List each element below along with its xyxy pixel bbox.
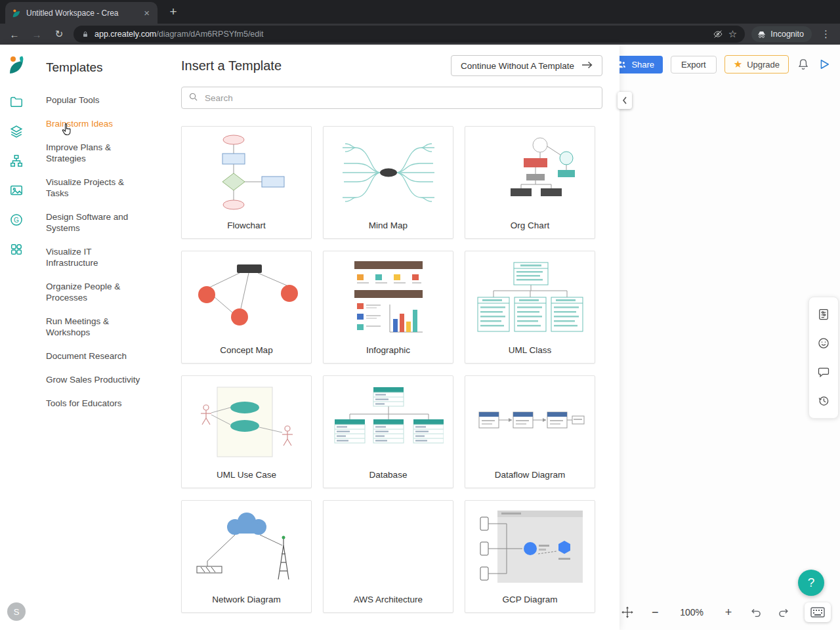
- present-play-icon[interactable]: [818, 58, 831, 71]
- new-tab-button[interactable]: +: [164, 3, 182, 21]
- forward-button[interactable]: →: [29, 29, 45, 40]
- upgrade-button[interactable]: ★ Upgrade: [724, 55, 789, 74]
- diagram-settings-icon[interactable]: [812, 301, 835, 327]
- template-card-aws[interactable]: AWS Architecture: [323, 500, 453, 613]
- template-card-network[interactable]: Network Diagram: [181, 500, 312, 613]
- google-drive-icon[interactable]: G: [8, 211, 25, 228]
- zoom-in-button[interactable]: +: [722, 606, 735, 620]
- template-card-mind-map[interactable]: Mind Map: [323, 126, 453, 239]
- left-icon-rail: G S: [0, 45, 33, 630]
- export-button[interactable]: Export: [671, 56, 717, 74]
- bookmark-star-icon[interactable]: ☆: [728, 28, 737, 40]
- redo-icon[interactable]: [777, 606, 790, 619]
- folder-icon[interactable]: [8, 93, 25, 110]
- template-card-gcp[interactable]: GCP Diagram: [465, 500, 595, 613]
- help-icon: ?: [808, 576, 815, 590]
- history-icon[interactable]: [812, 388, 835, 414]
- sidebar-item-improve-plans[interactable]: Improve Plans & Strategies: [46, 142, 146, 164]
- creately-favicon: [12, 9, 21, 18]
- sidebar-item-run-meetings[interactable]: Run Meetings & Workshops: [46, 316, 146, 338]
- uml-use-case-thumbnail: [182, 376, 311, 467]
- keyboard-icon: [810, 607, 825, 618]
- sidebar-item-brainstorm-ideas[interactable]: Brainstorm Ideas: [46, 118, 146, 129]
- sidebar-item-organize-people[interactable]: Organize People & Processes: [46, 281, 146, 303]
- zoom-out-button[interactable]: −: [648, 606, 662, 620]
- shapes-layers-icon[interactable]: [8, 123, 25, 140]
- sidebar-item-visualize-it[interactable]: Visualize IT Infrastructure: [46, 246, 146, 268]
- creately-app: Share Export ★ Upgrade: [0, 45, 840, 630]
- template-card-database[interactable]: Database: [323, 375, 453, 488]
- aws-thumbnail: [324, 501, 453, 592]
- sidebar-item-visualize-projects[interactable]: Visualize Projects & Tasks: [46, 177, 146, 199]
- search-input[interactable]: [203, 93, 595, 104]
- keyboard-shortcuts-button[interactable]: [805, 602, 831, 622]
- browser-toolbar: ← → ↻ app.creately.com/diagram/dAm6RPSYf…: [0, 24, 840, 45]
- incognito-icon: [757, 30, 766, 39]
- notifications-bell-icon[interactable]: [797, 58, 810, 71]
- search-icon: [188, 92, 198, 104]
- url-bar[interactable]: app.creately.com/diagram/dAm6RPSYfm5/edi…: [74, 26, 745, 43]
- help-button[interactable]: ?: [798, 570, 824, 596]
- browser-window: Untitled Workspace - Crea × + ← → ↻ app.…: [0, 0, 840, 630]
- url-text: app.creately.com/diagram/dAm6RPSYfm5/edi…: [94, 30, 707, 39]
- template-card-label: GCP Diagram: [465, 592, 595, 612]
- continue-without-template-button[interactable]: Continue Without A Template: [451, 55, 602, 76]
- creately-logo[interactable]: [8, 55, 25, 77]
- browser-tab[interactable]: Untitled Workspace - Crea ×: [5, 2, 158, 24]
- template-card-label: Concept Map: [182, 343, 311, 363]
- svg-text:G: G: [14, 217, 19, 224]
- upgrade-label: Upgrade: [747, 60, 780, 70]
- template-card-label: Mind Map: [324, 218, 453, 238]
- apps-plugins-icon[interactable]: [8, 241, 25, 258]
- templates-nav: Templates Popular Tools Brainstorm Ideas…: [33, 45, 168, 630]
- tab-close-icon[interactable]: ×: [142, 8, 151, 18]
- sidebar-item-tools-educators[interactable]: Tools for Educators: [46, 398, 146, 409]
- continue-button-label: Continue Without A Template: [461, 61, 574, 71]
- incognito-badge: Incognito: [751, 26, 812, 42]
- template-card-label: Dataflow Diagram: [465, 467, 595, 488]
- template-card-concept-map[interactable]: Concept Map: [181, 251, 312, 364]
- template-card-label: Org Chart: [465, 218, 595, 238]
- page-title: Insert a Template: [181, 58, 282, 74]
- stickers-icon[interactable]: [812, 330, 835, 356]
- incognito-label: Incognito: [770, 30, 804, 39]
- flowchart-thumbnail: [182, 127, 311, 218]
- mouse-cursor: [62, 123, 72, 138]
- pan-tool-icon[interactable]: [621, 606, 634, 619]
- sidebar-item-document-research[interactable]: Document Research: [46, 350, 146, 362]
- template-card-label: Network Diagram: [182, 592, 311, 612]
- template-card-dataflow[interactable]: Dataflow Diagram: [465, 375, 595, 488]
- template-picker: Insert a Template Continue Without A Tem…: [168, 45, 620, 630]
- avatar-initial: S: [14, 607, 20, 617]
- sidebar-item-design-software[interactable]: Design Software and Systems: [46, 211, 146, 234]
- zoom-level: 100%: [680, 607, 704, 618]
- sidebar-item-popular-tools[interactable]: Popular Tools: [46, 94, 146, 106]
- reload-button[interactable]: ↻: [51, 28, 67, 40]
- template-card-label: Flowchart: [182, 218, 311, 238]
- lock-icon[interactable]: [81, 30, 89, 39]
- template-card-uml-class[interactable]: UML Class: [465, 251, 595, 364]
- template-overlay: G S Templates Popular Tools Brainstorm I…: [0, 45, 620, 630]
- concept-map-thumbnail: [182, 251, 311, 343]
- right-toolbar: [808, 297, 839, 419]
- sidebar-item-grow-sales[interactable]: Grow Sales Productivity: [46, 374, 146, 385]
- eye-off-icon[interactable]: [713, 29, 723, 39]
- template-card-org-chart[interactable]: Org Chart: [465, 126, 595, 239]
- user-avatar[interactable]: S: [7, 602, 26, 621]
- comments-icon[interactable]: [812, 359, 835, 385]
- template-card-label: UML Use Case: [182, 467, 311, 488]
- template-card-flowchart[interactable]: Flowchart: [181, 126, 312, 239]
- template-card-infographic[interactable]: Infographic: [323, 251, 453, 364]
- undo-icon[interactable]: [749, 606, 763, 619]
- export-label: Export: [681, 60, 706, 70]
- collapse-panel-button[interactable]: [618, 92, 632, 109]
- template-card-uml-use-case[interactable]: UML Use Case: [181, 375, 312, 488]
- template-card-label: Database: [324, 467, 453, 488]
- image-icon[interactable]: [8, 182, 25, 199]
- template-card-label: UML Class: [465, 343, 595, 363]
- browser-menu-icon[interactable]: ⋮: [818, 28, 833, 40]
- templates-nav-title: Templates: [46, 60, 168, 75]
- back-button[interactable]: ←: [7, 29, 22, 40]
- diagram-sitemap-icon[interactable]: [8, 152, 25, 169]
- database-thumbnail: [324, 376, 453, 467]
